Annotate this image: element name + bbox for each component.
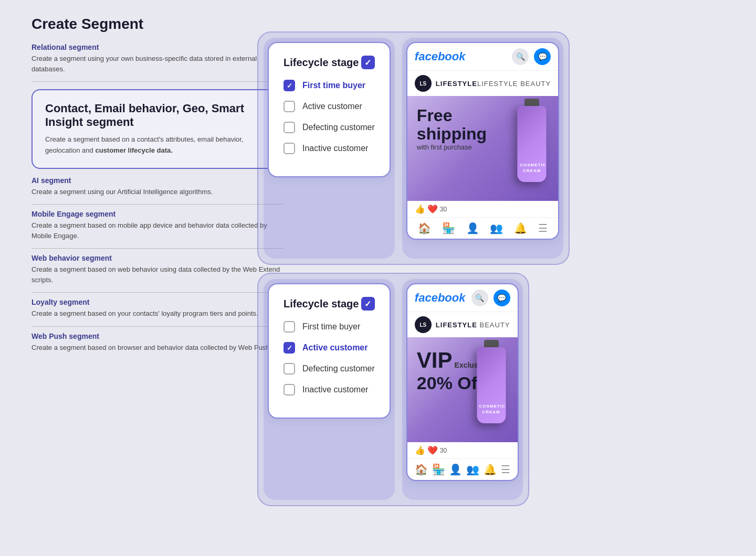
fb-nav-friends-bottom[interactable]: 👥 [466,463,479,476]
heart-icon-top: ❤️ [427,204,438,214]
highlight-card[interactable]: Contact, Email behavior, Geo, Smart Insi… [32,89,284,169]
segment-loyalty-title[interactable]: Loyalty segment [32,298,284,306]
top-group: Lifecycle stage First time buyer Active … [257,31,570,265]
option-active-customer-bottom-label: Active customer [302,343,368,352]
fb-nav-menu-bottom[interactable]: ☰ [501,463,510,476]
fb-nav-home-top[interactable]: 🏠 [418,222,431,234]
option-inactive-customer-bottom-label: Inactive customer [302,385,368,394]
lifecycle-bottom-option-4[interactable]: Inactive customer [284,384,375,395]
left-panel: Create Segment Relational segment Create… [32,16,284,360]
fb-nav-store-bottom[interactable]: 🏪 [432,463,445,476]
fb-top-ad-text: Freeshipping with first purchase [417,106,487,151]
fb-bottom-product: COSMETIC CREAM [470,337,512,442]
fb-nav-home-bottom[interactable]: 🏠 [415,463,428,476]
fb-nav-profile-top[interactable]: 👤 [466,222,479,234]
checkbox-inactive-customer-bottom[interactable] [284,384,295,395]
fb-top-outer: facebook 🔍 💬 LS LIFESTYLELIFESTYLE BEAUT… [402,38,563,259]
checkbox-defecting-customer-top[interactable] [284,122,295,133]
page-title: Create Segment [32,16,284,33]
lifecycle-bottom-option-1[interactable]: First time buyer [284,321,375,333]
fb-nav-profile-bottom[interactable]: 👤 [449,463,462,476]
fb-bottom-header: facebook 🔍 💬 [407,284,518,312]
bottom-group-inner: Lifecycle stage First time buyer Active … [264,279,523,500]
fb-bottom-search-icon[interactable]: 🔍 [471,290,488,306]
segment-ai-title[interactable]: AI segment [32,176,284,185]
checkbox-active-customer-top[interactable] [284,101,295,112]
lifecycle-top-option-2[interactable]: Active customer [284,101,375,112]
lifecycle-top-header: Lifecycle stage [284,56,375,69]
fb-top-product: COSMETIC CREAM [511,96,553,201]
lifecycle-top-main-checkbox[interactable] [361,56,375,69]
fb-nav-friends-top[interactable]: 👥 [490,222,503,234]
fb-bottom-icons: 🔍 💬 [471,290,510,306]
lifecycle-top-option-4[interactable]: Inactive customer [284,143,375,154]
fb-nav-store-top[interactable]: 🏪 [442,222,455,234]
segment-mobile: Mobile Engage segment Create a segment b… [32,210,284,241]
option-inactive-customer-top-label: Inactive customer [302,144,368,153]
option-active-customer-top-label: Active customer [302,102,362,111]
lifecycle-top-option-1[interactable]: First time buyer [284,80,375,91]
checkbox-first-time-buyer-bottom[interactable] [284,321,295,333]
bottle-body-top: COSMETIC CREAM [518,106,547,182]
divider-5 [32,326,284,327]
highlight-card-desc: Create a segment based on a contact's at… [45,134,270,156]
segment-relational-desc: Create a segment using your own business… [32,54,284,74]
fb-top-brand-logo: LS [415,75,432,92]
segment-mobile-desc: Create a segment based on mobile app dev… [32,220,284,241]
top-group-wrapper: Lifecycle stage First time buyer Active … [257,31,570,265]
segment-mobile-title[interactable]: Mobile Engage segment [32,210,284,218]
divider-1 [32,81,284,82]
fb-top-search-icon[interactable]: 🔍 [512,48,529,65]
bottle-label-bottom: COSMETIC CREAM [479,404,503,415]
fb-bottom-outer: facebook 🔍 💬 LS LIFESTYLE BEAUTY [402,279,523,500]
like-icon-bottom: 👍 [415,445,425,455]
fb-top-reactions: 👍 ❤️ 30 [407,201,558,218]
option-first-time-buyer-bottom-label: First time buyer [302,322,360,332]
bottle-label-bottom-line1: COSMETIC [479,404,506,409]
segment-web-behavior-title[interactable]: Web behavior segment [32,254,284,262]
fb-top-messenger-icon[interactable]: 💬 [534,48,551,65]
fb-bottom-reactions: 👍 ❤️ 30 [407,442,518,459]
segment-relational: Relational segment Create a segment usin… [32,43,284,74]
highlight-card-title: Contact, Email behavior, Geo, Smart Insi… [45,102,270,129]
fb-top-icons: 🔍 💬 [512,48,551,65]
fb-bottom-brand-logo: LS [415,316,432,333]
highlight-card-desc-bold: customer lifecycle data. [95,146,172,154]
checkbox-defecting-customer-bottom[interactable] [284,363,295,375]
checkbox-active-customer-bottom[interactable] [284,342,295,354]
fb-bottom-messenger-icon[interactable]: 💬 [494,290,510,306]
segment-web-push-desc: Create a segment based on browser and be… [32,343,284,353]
segment-relational-title: Relational segment [32,43,284,51]
reaction-count-top: 30 [440,206,447,213]
lifecycle-bottom-main-checkbox[interactable] [361,297,375,311]
lifecycle-bottom-option-3[interactable]: Defecting customer [284,363,375,375]
divider-3 [32,248,284,249]
bottom-group: Lifecycle stage First time buyer Active … [257,273,529,506]
lifecycle-bottom-title: Lifecycle stage [284,298,359,310]
segment-loyalty: Loyalty segment Create a segment based o… [32,298,284,319]
fb-bottom-brand: LS LIFESTYLE BEAUTY [407,312,518,337]
checkbox-first-time-buyer-top[interactable] [284,80,295,91]
top-group-inner: Lifecycle stage First time buyer Active … [264,38,563,259]
fb-nav-bell-top[interactable]: 🔔 [514,222,527,234]
fb-nav-bell-bottom[interactable]: 🔔 [484,463,497,476]
fb-top-card: facebook 🔍 💬 LS LIFESTYLELIFESTYLE BEAUT… [406,42,559,240]
lifecycle-top-card: Lifecycle stage First time buyer Active … [268,42,391,177]
lifecycle-bottom-header: Lifecycle stage [284,297,375,311]
segment-web-behavior: Web behavior segment Create a segment ba… [32,254,284,285]
segment-web-behavior-desc: Create a segment based on web behavior u… [32,264,284,285]
bottle-label-bottom-line2: CREAM [482,410,500,414]
fb-bottom-brand-name: LIFESTYLE BEAUTY [436,321,510,329]
lifecycle-top-outer: Lifecycle stage First time buyer Active … [264,38,395,259]
fb-nav-menu-top[interactable]: ☰ [538,222,548,234]
fb-top-headline-sub: with first purchase [417,143,487,151]
checkbox-inactive-customer-top[interactable] [284,143,295,154]
lifecycle-bottom-option-2[interactable]: Active customer [284,342,375,354]
lifecycle-top-option-3[interactable]: Defecting customer [284,122,375,133]
divider-2 [32,204,284,205]
fb-top-headline-1: Freeshipping [417,106,487,143]
segment-web-push-title[interactable]: Web Push segment [32,332,284,340]
lifecycle-bottom-outer: Lifecycle stage First time buyer Active … [264,279,395,500]
option-defecting-customer-top-label: Defecting customer [302,123,375,132]
fb-bottom-ad-image: VIP Exclusive! 20% Off [407,337,518,442]
